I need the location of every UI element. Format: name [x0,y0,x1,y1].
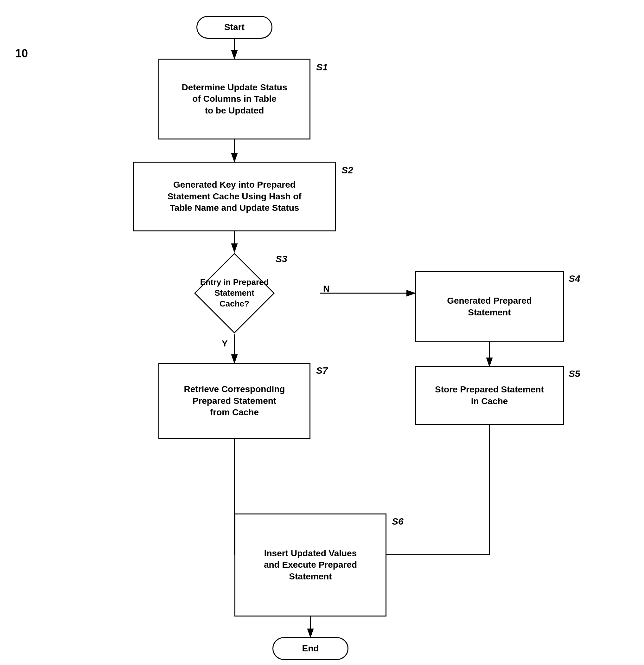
s6-label: S6 [392,516,404,527]
s3-diamond: Entry in Prepared Statement Cache? [193,252,276,335]
s5-box: Store Prepared Statement in Cache [415,366,564,425]
s7-label: S7 [316,365,328,376]
yes-label: Y [222,339,228,349]
s1-box: Determine Update Status of Columns in Ta… [158,59,310,139]
s2-label: S2 [341,165,353,176]
s1-label: S1 [316,62,328,73]
s6-box: Insert Updated Values and Execute Prepar… [234,513,387,616]
s2-box: Generated Key into Prepared Statement Ca… [133,162,336,231]
s4-label: S4 [569,273,580,284]
end-node: End [272,637,348,660]
flowchart-diagram: 10 Start Determine Upda [0,0,644,665]
figure-label: 10 [15,47,28,60]
no-label: N [323,284,329,294]
s5-label: S5 [569,368,580,379]
s4-box: Generated Prepared Statement [415,271,564,342]
s7-box: Retrieve Corresponding Prepared Statemen… [158,363,310,439]
start-node: Start [196,16,272,39]
s3-label: S3 [276,253,287,264]
